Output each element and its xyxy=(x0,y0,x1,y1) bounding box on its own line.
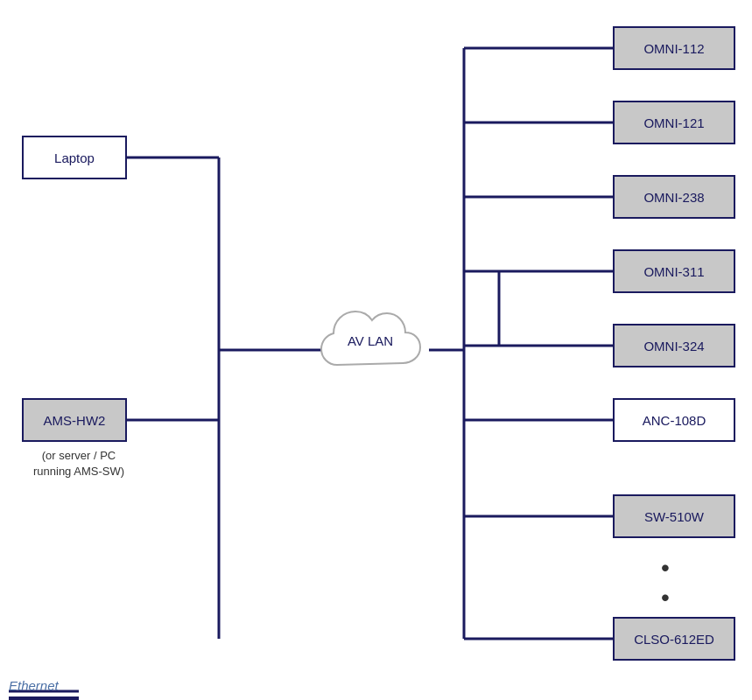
omni-311-label: OMNI-311 xyxy=(643,264,704,279)
omni-112-label: OMNI-112 xyxy=(643,41,704,56)
omni-112-node: OMNI-112 xyxy=(613,26,735,70)
diagram-container: .conn { stroke: #1a1a5e; stroke-width: 3… xyxy=(0,0,752,700)
omni-324-label: OMNI-324 xyxy=(643,339,704,354)
cloud-shape: AV LAN xyxy=(311,298,438,394)
omni-238-label: OMNI-238 xyxy=(643,190,704,205)
sw-510w-label: SW-510W xyxy=(644,509,704,524)
omni-311-node: OMNI-311 xyxy=(613,249,735,293)
legend: Ethernet xyxy=(9,678,79,700)
clso-612ed-label: CLSO-612ED xyxy=(634,632,714,647)
ams-hw2-label: AMS-HW2 xyxy=(44,413,106,428)
svg-text:AV LAN: AV LAN xyxy=(348,333,393,348)
ams-hw2-sublabel: (or server / PCrunning AMS-SW) xyxy=(13,448,144,480)
omni-324-node: OMNI-324 xyxy=(613,324,735,368)
ams-hw2-node: AMS-HW2 xyxy=(22,398,127,442)
laptop-label: Laptop xyxy=(54,150,95,165)
legend-label: Ethernet xyxy=(9,678,79,693)
cloud-node: AV LAN xyxy=(311,298,438,397)
anc-108d-label: ANC-108D xyxy=(643,413,706,428)
omni-238-node: OMNI-238 xyxy=(613,175,735,219)
laptop-node: Laptop xyxy=(22,136,127,179)
clso-612ed-node: CLSO-612ED xyxy=(613,617,735,661)
omni-121-node: OMNI-121 xyxy=(613,101,735,144)
legend-line xyxy=(9,696,79,700)
sw-510w-node: SW-510W xyxy=(613,494,735,538)
anc-108d-node: ANC-108D xyxy=(613,398,735,442)
omni-121-label: OMNI-121 xyxy=(643,116,704,130)
